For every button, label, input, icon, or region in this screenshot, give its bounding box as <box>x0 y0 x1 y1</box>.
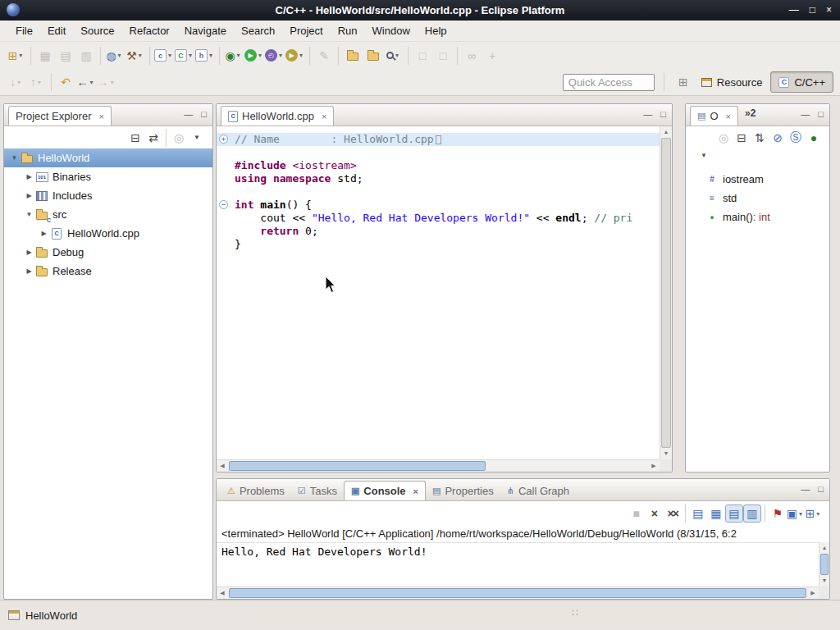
maximize-view-button[interactable]: □ <box>660 109 666 119</box>
menu-search[interactable]: Search <box>234 21 282 41</box>
tab-problems[interactable]: ⚠ Problems <box>221 481 291 500</box>
hide-fields-button[interactable]: ⊘ <box>769 129 787 147</box>
new-class-caret[interactable]: ▾ <box>189 52 194 59</box>
search-button[interactable]: ▾ <box>384 46 404 66</box>
back-button[interactable]: ←▾ <box>76 72 96 92</box>
pin-console-button[interactable]: ⚑ <box>769 504 787 523</box>
debug-caret[interactable]: ▾ <box>237 52 243 59</box>
code-area[interactable]: + − // Name : HelloWorld.cpp #include <i… <box>217 126 660 459</box>
debug-button[interactable]: ◉▾ <box>224 46 244 66</box>
minimize-view-button[interactable]: — <box>643 109 652 119</box>
minimize-view-button[interactable]: — <box>801 109 810 119</box>
link-with-editor-button[interactable]: ∞ <box>462 46 482 66</box>
console-horizontal-scrollbar[interactable]: ◀ ▶ <box>217 587 819 599</box>
profile-button[interactable]: ◴▾ <box>265 46 285 66</box>
project-tree[interactable]: ▼ HelloWorld ▶ 101 Binaries ▶ Includes ▼… <box>4 148 212 281</box>
tree-item-debug[interactable]: ▶ Debug <box>4 243 212 262</box>
save-button[interactable]: ▦ <box>35 46 55 66</box>
perspective-resource-button[interactable]: Resource <box>694 71 770 93</box>
next-annotation-caret[interactable]: ▾ <box>17 79 23 86</box>
expand-arrow-icon[interactable]: ▶ <box>24 192 34 199</box>
remove-launch-button[interactable]: × <box>646 504 664 523</box>
open-console-button[interactable]: ⊞▾ <box>805 504 823 523</box>
collapse-all-button[interactable]: ⊟ <box>126 129 144 147</box>
new-source-file-caret[interactable]: ▾ <box>168 52 174 59</box>
previous-annotation-nav-button[interactable]: ↑▾ <box>27 72 47 92</box>
mark-occurrences-button[interactable]: ✎ <box>314 46 334 66</box>
run-button[interactable]: ▶▾ <box>244 46 264 66</box>
expand-arrow-icon[interactable]: ▶ <box>24 249 34 256</box>
expand-arrow-icon[interactable]: ▼ <box>24 211 34 218</box>
maximize-view-button[interactable]: □ <box>201 109 207 119</box>
outline-view-menu[interactable]: ▼ <box>686 148 829 162</box>
scroll-left-arrow[interactable]: ◀ <box>217 587 228 599</box>
previous-annotation-nav-caret[interactable]: ▾ <box>38 79 43 86</box>
menu-navigate[interactable]: Navigate <box>177 21 234 41</box>
display-selected-console-button[interactable]: ▣▾ <box>787 504 805 523</box>
sort-button[interactable]: ⇅ <box>751 129 769 147</box>
search-caret[interactable]: ▾ <box>395 52 401 59</box>
outline-item-main[interactable]: ● main() : int <box>686 208 829 226</box>
profile-caret[interactable]: ▾ <box>279 52 285 59</box>
outline-item-std[interactable]: ≡ std <box>686 189 829 208</box>
menu-source[interactable]: Source <box>73 21 121 41</box>
scroll-right-arrow[interactable]: ▶ <box>648 460 660 472</box>
open-resource-button[interactable] <box>363 46 383 66</box>
scroll-right-arrow[interactable]: ▶ <box>807 587 819 599</box>
scrollbar-thumb[interactable] <box>229 588 806 598</box>
tree-item-binaries[interactable]: ▶ 101 Binaries <box>4 167 212 186</box>
new-header-caret[interactable]: ▾ <box>209 52 215 59</box>
scrollbar-thumb[interactable] <box>661 138 671 448</box>
menu-project[interactable]: Project <box>282 21 330 41</box>
run-caret[interactable]: ▾ <box>258 52 264 59</box>
outline-tree[interactable]: # iostream ≡ std ● main() : int <box>686 162 829 226</box>
menu-edit[interactable]: Edit <box>40 21 73 41</box>
clear-console-button[interactable]: ▤ <box>689 504 707 523</box>
collapse-all-button[interactable]: ⊟ <box>733 129 751 147</box>
tab-call-graph[interactable]: ⋔ Call Graph <box>500 481 576 500</box>
menu-refactor[interactable]: Refactor <box>122 21 177 41</box>
scroll-down-arrow[interactable]: ▼ <box>660 448 672 459</box>
menu-file[interactable]: File <box>8 21 40 41</box>
editor-horizontal-scrollbar[interactable]: ◀ ▶ <box>217 459 660 472</box>
show-console-stdout-button[interactable]: ▤ <box>725 504 743 523</box>
scrollbar-thumb[interactable] <box>229 461 486 471</box>
tree-item-helloworld-cpp[interactable]: ▶ C HelloWorld.cpp <box>4 224 212 243</box>
hidden-tabs-indicator[interactable]: »2 <box>745 107 756 122</box>
new-wizard-button[interactable]: ⊞▾ <box>7 46 26 66</box>
new-wizard-caret[interactable]: ▾ <box>19 52 25 59</box>
scroll-up-arrow[interactable]: ▲ <box>819 542 829 554</box>
outline-item-iostream[interactable]: # iostream <box>686 170 829 189</box>
back-caret[interactable]: ▾ <box>90 79 96 86</box>
tab-helloworld-cpp[interactable]: C HelloWorld.cpp × <box>221 106 334 126</box>
open-element-button[interactable] <box>343 46 363 66</box>
expand-arrow-icon[interactable]: ▼ <box>9 154 20 162</box>
new-header-button[interactable]: h▾ <box>195 46 215 66</box>
window-maximize-button[interactable]: □ <box>810 0 815 21</box>
minimize-view-button[interactable]: — <box>184 109 193 119</box>
remove-all-terminated-button[interactable]: ×× <box>664 504 682 523</box>
window-close-button[interactable]: × <box>826 0 832 21</box>
link-with-editor-button[interactable]: ⇄ <box>144 129 162 147</box>
last-edit-location-button[interactable]: ↶ <box>56 72 75 92</box>
menu-help[interactable]: Help <box>418 21 454 41</box>
tab-outline[interactable]: ▤ O × <box>690 106 738 126</box>
minimize-view-button[interactable]: — <box>801 484 810 494</box>
save-all-button[interactable]: ▤ <box>56 46 75 66</box>
new-class-button[interactable]: C▾ <box>175 46 194 66</box>
fold-collapsed-icon[interactable]: + <box>219 135 228 144</box>
new-source-file-button[interactable]: c▾ <box>154 46 174 66</box>
console-vertical-scrollbar[interactable]: ▲ ▼ <box>819 542 829 587</box>
build-all-caret[interactable]: ▾ <box>139 52 144 59</box>
expand-arrow-icon[interactable]: ▶ <box>24 267 34 275</box>
forward-caret[interactable]: ▾ <box>111 79 116 86</box>
quick-access-input[interactable] <box>563 74 655 91</box>
open-console-caret[interactable]: ▾ <box>816 510 822 518</box>
show-console-stderr-button[interactable]: ▥ <box>743 504 761 523</box>
launch-configuration-caret[interactable]: ▾ <box>118 52 124 59</box>
tree-item-release[interactable]: ▶ Release <box>4 262 212 281</box>
tab-properties[interactable]: ▤ Properties <box>426 481 500 500</box>
open-perspective-button[interactable]: ⊞ <box>673 72 693 92</box>
folded-region-indicator[interactable] <box>436 135 441 144</box>
scroll-up-arrow[interactable]: ▲ <box>660 126 672 138</box>
